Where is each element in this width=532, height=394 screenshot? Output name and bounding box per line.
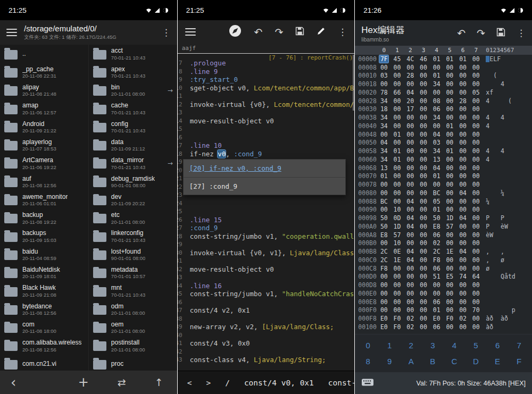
file-row[interactable]: bin20-11-01 08:00→ bbox=[89, 81, 177, 99]
hex-byte[interactable]: 00 bbox=[471, 231, 480, 239]
hex-byte[interactable]: 00 bbox=[459, 223, 468, 230]
hex-byte[interactable]: E8 bbox=[432, 223, 441, 230]
hex-byte[interactable]: 57 bbox=[393, 231, 402, 239]
hex-byte[interactable]: 00 bbox=[445, 97, 454, 105]
file-row[interactable]: linkerconfig70-01-21 10:43 bbox=[89, 227, 177, 245]
hex-byte[interactable]: 00 bbox=[471, 181, 480, 188]
hex-byte[interactable]: 00 bbox=[459, 181, 468, 188]
hex-byte[interactable]: E5 bbox=[445, 273, 454, 280]
undo-icon[interactable]: ↶ bbox=[254, 26, 263, 38]
hex-byte[interactable]: 00 bbox=[406, 281, 415, 289]
hex-byte[interactable]: 00 bbox=[471, 256, 480, 264]
hex-byte[interactable]: 00 bbox=[471, 223, 480, 230]
keypad-key[interactable]: 8 bbox=[357, 357, 379, 366]
hex-byte[interactable]: 00 bbox=[471, 198, 480, 205]
hex-byte[interactable]: 00 bbox=[471, 64, 480, 71]
hex-byte[interactable]: 00 bbox=[406, 239, 415, 247]
code-line[interactable]: 31 bbox=[178, 257, 355, 265]
hex-byte[interactable]: E0 bbox=[432, 315, 441, 322]
code-line[interactable]: 9:try_start_0 bbox=[178, 76, 355, 84]
keypad-key[interactable]: D bbox=[465, 357, 487, 366]
hex-byte[interactable]: 00 bbox=[379, 80, 388, 88]
hex-byte[interactable]: 04 bbox=[459, 189, 468, 197]
hex-byte[interactable]: 00 bbox=[459, 122, 468, 130]
hex-byte[interactable]: 00 bbox=[445, 323, 454, 331]
hex-byte[interactable]: 05 bbox=[432, 198, 441, 205]
hex-byte[interactable]: 28 bbox=[459, 97, 468, 105]
hex-byte[interactable]: 00 bbox=[459, 72, 468, 79]
code-line[interactable]: 37const/4 v2, 0x1 bbox=[178, 306, 355, 315]
hex-byte[interactable]: 00 bbox=[432, 290, 441, 297]
hex-grid[interactable]: 000007F454C4601010100ELF 000080000000000… bbox=[355, 55, 532, 334]
hex-byte[interactable]: 03 bbox=[432, 139, 441, 146]
keypad-key[interactable]: 0 bbox=[357, 341, 379, 350]
path-title-block[interactable]: /storage/emulated/0/ 文件夹: 63 文件: 1 储存: 2… bbox=[24, 24, 155, 41]
hex-byte[interactable]: 00 bbox=[445, 131, 454, 138]
hex-byte[interactable]: 00 bbox=[459, 306, 468, 314]
hex-byte[interactable]: 00 bbox=[419, 248, 428, 255]
hex-byte[interactable]: 00 bbox=[393, 273, 402, 280]
hex-byte[interactable]: 00 bbox=[419, 131, 428, 138]
code-line[interactable]: 29 bbox=[178, 240, 355, 249]
hex-byte[interactable]: 00 bbox=[445, 206, 454, 213]
file-row[interactable]: aplayerlog20-11-07 18:53 bbox=[0, 136, 88, 154]
file-row[interactable]: postinstall20-11-01 08:00 bbox=[89, 337, 177, 355]
hex-byte[interactable]: 00 bbox=[419, 323, 428, 331]
hex-byte[interactable]: 00 bbox=[406, 131, 415, 138]
hex-byte[interactable]: F8 bbox=[432, 256, 441, 264]
hex-byte[interactable]: 00 bbox=[471, 122, 480, 130]
hex-byte[interactable]: 00 bbox=[406, 147, 415, 155]
hex-byte[interactable]: 2C bbox=[379, 248, 388, 255]
hex-byte[interactable]: 06 bbox=[432, 231, 441, 239]
file-row[interactable]: config70-01-21 10:43 bbox=[89, 118, 177, 136]
hex-byte[interactable]: 50 bbox=[379, 223, 388, 230]
hex-byte[interactable]: 20 bbox=[406, 97, 415, 105]
file-row[interactable]: .. bbox=[0, 45, 88, 63]
hex-byte[interactable]: E0 bbox=[379, 315, 388, 322]
hex-byte[interactable]: 00 bbox=[445, 114, 454, 121]
hex-byte[interactable]: 13 bbox=[379, 164, 388, 172]
code-line[interactable]: 30invoke-virtual {v0, v1}, Ljava/lang/Cl… bbox=[178, 249, 355, 257]
file-row[interactable]: lost+found90-01-01 08:00 bbox=[89, 245, 177, 263]
save-icon[interactable] bbox=[496, 28, 505, 39]
hex-byte[interactable]: 00 bbox=[471, 131, 480, 138]
tab-bar[interactable]: aajf bbox=[178, 44, 355, 54]
hex-byte[interactable]: 00 bbox=[459, 206, 468, 213]
hex-byte[interactable]: 00 bbox=[445, 256, 454, 264]
file-row[interactable]: com.alibaba.wireless20-11-08 12:56 bbox=[0, 337, 88, 355]
hex-byte[interactable]: 74 bbox=[459, 273, 468, 280]
menu-icon[interactable] bbox=[185, 28, 196, 36]
keypad-key[interactable]: E bbox=[487, 357, 509, 366]
file-row[interactable]: baidu20-11-04 08:59 bbox=[0, 245, 88, 263]
hex-byte[interactable]: 00 bbox=[459, 89, 468, 96]
hex-byte[interactable]: 00 bbox=[393, 181, 402, 188]
code-line[interactable]: 38 bbox=[178, 315, 355, 323]
hex-byte[interactable]: 00 bbox=[459, 198, 468, 205]
hex-byte[interactable]: 00 bbox=[419, 172, 428, 180]
hex-byte[interactable]: 00 bbox=[379, 298, 388, 306]
hex-byte[interactable]: 00 bbox=[393, 122, 402, 130]
hex-byte[interactable]: 00 bbox=[459, 290, 468, 297]
file-row[interactable]: bytedance20-11-08 12:56 bbox=[0, 300, 88, 318]
add-icon[interactable]: + bbox=[78, 375, 89, 390]
file-row[interactable]: etc20-11-01 08:00 bbox=[89, 209, 177, 227]
hex-byte[interactable]: 00 bbox=[445, 80, 454, 88]
hex-byte[interactable]: F0 bbox=[393, 315, 402, 322]
code-line[interactable]: 15 bbox=[178, 125, 355, 133]
hex-byte[interactable]: 50 bbox=[379, 214, 388, 222]
hex-byte[interactable]: 00 bbox=[471, 290, 480, 297]
hex-byte[interactable]: 00 bbox=[471, 139, 480, 146]
hex-byte[interactable]: 00 bbox=[459, 131, 468, 138]
hex-byte[interactable]: 02 bbox=[432, 239, 441, 247]
hex-byte[interactable]: 00 bbox=[419, 189, 428, 197]
file-row[interactable]: data20-11-09 21:12 bbox=[89, 136, 177, 154]
hex-byte[interactable]: 00 bbox=[393, 306, 402, 314]
file-row[interactable]: Black Hawk20-11-09 21:08 bbox=[0, 282, 88, 300]
hex-byte[interactable]: 06 bbox=[432, 265, 441, 272]
hex-byte[interactable]: 28 bbox=[406, 72, 415, 79]
undo-icon[interactable]: ↶ bbox=[457, 27, 466, 39]
menu-icon[interactable] bbox=[6, 29, 17, 36]
keypad-key[interactable]: 9 bbox=[379, 357, 401, 366]
snippet-button[interactable]: > bbox=[206, 379, 211, 387]
hex-byte[interactable]: 00 bbox=[459, 265, 468, 272]
